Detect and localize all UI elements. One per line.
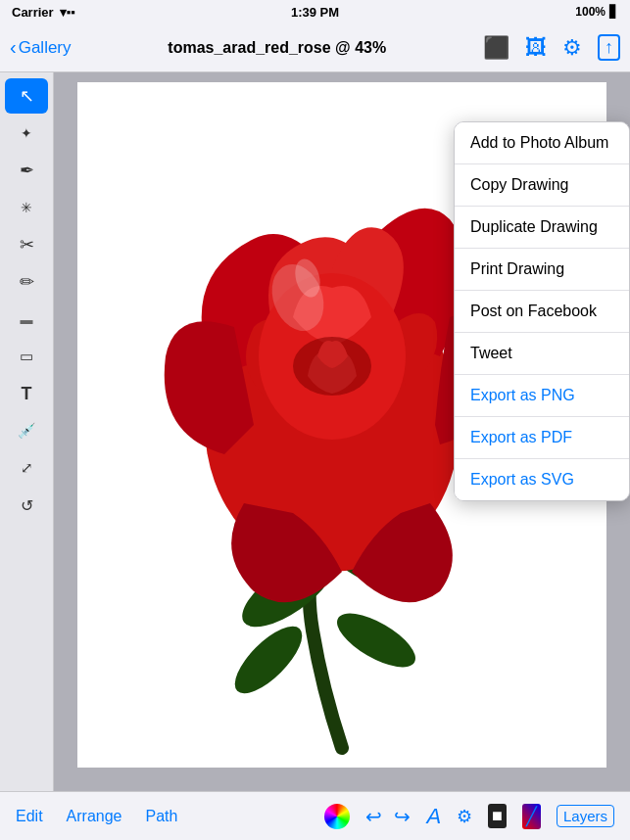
photo-icon[interactable]: 🖼 bbox=[525, 35, 547, 61]
nav-actions: ⬛ 🖼 ⚙ ↑ bbox=[483, 34, 620, 61]
bottom-right: ↩ ↪ A ⚙ ■ ╱ Layers bbox=[324, 804, 614, 829]
nav-title: tomas_arad_red_rose @ 43% bbox=[168, 39, 386, 57]
toolbar: ↖ ✦ ✒ ✳ ✂ ✏ ▬ ▭ T 💉 ⤢ ↺ bbox=[0, 72, 54, 791]
status-left: Carrier ▾▪▪ bbox=[12, 5, 75, 20]
tool-scissors[interactable]: ✂ bbox=[5, 227, 48, 262]
back-chevron-icon: ‹ bbox=[10, 36, 17, 59]
tool-node-edit[interactable]: ✳ bbox=[5, 190, 48, 225]
frame-icon[interactable]: ⬛ bbox=[483, 35, 509, 61]
bottom-left: Edit Arrange Path bbox=[16, 808, 177, 825]
back-button[interactable]: ‹ Gallery bbox=[10, 36, 72, 59]
wifi-icon: ▾▪▪ bbox=[60, 5, 75, 20]
fill-icon[interactable]: ■ bbox=[488, 804, 507, 828]
tool-eyedropper[interactable]: 💉 bbox=[5, 413, 48, 448]
battery-icon: ▋ bbox=[609, 5, 618, 19]
tool-eraser[interactable]: ▬ bbox=[5, 302, 48, 337]
menu-export-png[interactable]: Export as PNG bbox=[455, 375, 629, 417]
menu-tweet[interactable]: Tweet bbox=[455, 333, 629, 375]
menu-add-photo[interactable]: Add to Photo Album bbox=[455, 122, 629, 164]
tool-pencil[interactable]: ✏ bbox=[5, 264, 48, 300]
tool-rectangle[interactable]: ▭ bbox=[5, 339, 48, 374]
menu-print-drawing[interactable]: Print Drawing bbox=[455, 249, 629, 291]
menu-copy-drawing[interactable]: Copy Drawing bbox=[455, 164, 629, 207]
layers-button[interactable]: Layers bbox=[557, 805, 614, 827]
status-right: 100% ▋ bbox=[575, 5, 618, 19]
tool-node-select[interactable]: ✦ bbox=[5, 116, 48, 151]
menu-export-svg[interactable]: Export as SVG bbox=[455, 459, 629, 500]
menu-post-facebook[interactable]: Post on Facebook bbox=[455, 291, 629, 333]
nav-bar: ‹ Gallery tomas_arad_red_rose @ 43% ⬛ 🖼 … bbox=[0, 23, 630, 72]
svg-point-2 bbox=[224, 616, 312, 703]
tool-select[interactable]: ↖ bbox=[5, 78, 48, 114]
main-area: ↖ ✦ ✒ ✳ ✂ ✏ ▬ ▭ T 💉 ⤢ ↺ bbox=[0, 72, 630, 791]
tool-pen[interactable]: ✒ bbox=[5, 153, 48, 188]
menu-duplicate-drawing[interactable]: Duplicate Drawing bbox=[455, 207, 629, 249]
gear-icon[interactable]: ⚙ bbox=[562, 35, 582, 61]
status-time: 1:39 PM bbox=[291, 5, 339, 20]
status-bar: Carrier ▾▪▪ 1:39 PM 100% ▋ bbox=[0, 0, 630, 23]
tool-text[interactable]: T bbox=[5, 376, 48, 411]
battery-label: 100% bbox=[575, 5, 606, 19]
bottom-bar: Edit Arrange Path ↩ ↪ A ⚙ ■ ╱ Layers bbox=[0, 791, 630, 840]
tool-history[interactable]: ↺ bbox=[5, 488, 48, 523]
path-button[interactable]: Path bbox=[146, 808, 178, 825]
tool-zoom[interactable]: ⤢ bbox=[5, 450, 48, 486]
arrange-button[interactable]: Arrange bbox=[67, 808, 122, 825]
share-icon[interactable]: ↑ bbox=[598, 34, 620, 61]
edit-button[interactable]: Edit bbox=[16, 808, 43, 825]
undo-redo-group: ↩ ↪ bbox=[365, 805, 411, 828]
undo-button[interactable]: ↩ bbox=[365, 805, 382, 828]
stroke-icon[interactable]: ╱ bbox=[522, 804, 541, 829]
color-wheel-button[interactable] bbox=[324, 804, 350, 829]
back-label: Gallery bbox=[19, 38, 72, 58]
object-icon[interactable]: ⚙ bbox=[457, 806, 472, 827]
svg-point-3 bbox=[329, 603, 423, 677]
text-icon[interactable]: A bbox=[426, 804, 441, 829]
menu-export-pdf[interactable]: Export as PDF bbox=[455, 417, 629, 459]
dropdown-menu: Add to Photo Album Copy Drawing Duplicat… bbox=[454, 121, 630, 501]
redo-button[interactable]: ↪ bbox=[394, 805, 411, 828]
carrier-label: Carrier bbox=[12, 5, 54, 20]
